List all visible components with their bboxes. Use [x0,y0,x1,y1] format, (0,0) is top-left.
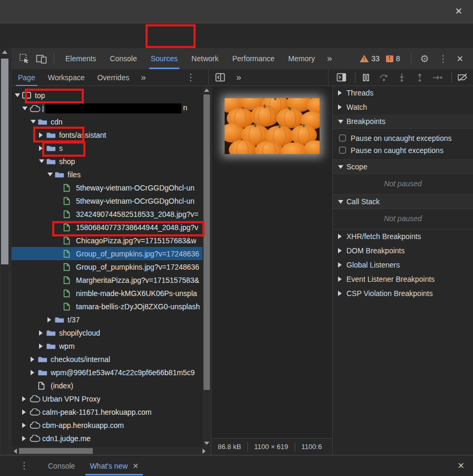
tree-item-file[interactable]: Group_of_pumpkins.jpg?v=17248636 [12,260,202,273]
chevron-right-icon[interactable] [338,262,346,268]
chevron-right-icon[interactable] [22,423,30,428]
tree-item-top[interactable]: top [12,89,202,102]
pause-caught-row[interactable]: Pause on caught exceptions [333,144,473,156]
section-global-listeners[interactable]: Global Listeners [333,258,473,272]
scroll-right-arrow[interactable] [202,449,206,454]
tab-memory[interactable]: Memory [282,48,322,69]
tree-item-file[interactable]: nimble-made-kMGX6UK06Ps-unspla [12,287,202,300]
tree-item-urban-vpn-proxy[interactable]: Urban VPN Proxy [12,392,202,405]
warnings-badge[interactable]: ! 33 [360,54,380,63]
tree-item-checkouts-internal[interactable]: checkouts/internal [12,353,202,366]
settings-gear-icon[interactable]: ⚙ [416,53,434,65]
checkbox-unchecked[interactable] [339,147,346,154]
scrollbar-thumb[interactable] [204,94,210,390]
tree-horizontal-scrollbar[interactable] [12,447,211,455]
tree-item-file[interactable]: ChicagoPizza.jpg?v=1715157683&w [12,234,202,247]
close-tab-icon[interactable]: ✕ [132,462,139,470]
section-breakpoints[interactable]: Breakpoints [333,115,473,129]
chevron-down-icon[interactable] [39,159,46,163]
chevron-right-icon[interactable] [338,90,346,96]
tree-item-shop[interactable]: shop [12,155,202,168]
tree-item-wpm-hash[interactable]: wpm@996f1e53w474c22c9pf6e66b81m5c9 [12,366,202,379]
section-threads[interactable]: Threads [333,86,473,100]
toggle-sidebar-icon[interactable] [213,71,228,84]
step-into-icon[interactable] [394,71,409,84]
drawer-menu-icon[interactable]: ⋮ [15,460,33,471]
chevron-right-icon[interactable] [338,104,346,110]
devtools-close-icon[interactable]: ✕ [452,54,468,64]
chevron-right-icon[interactable] [39,330,46,336]
chevron-right-icon[interactable] [22,410,30,415]
tab-console[interactable]: Console [103,48,143,69]
drawer-close-icon[interactable]: ✕ [458,461,465,471]
section-call-stack[interactable]: Call Stack [333,195,473,209]
tab-network[interactable]: Network [185,48,225,69]
chevron-right-icon[interactable] [338,291,346,296]
tree-item-s[interactable]: s [12,141,202,155]
scroll-up-arrow[interactable] [204,89,209,92]
chevron-down-icon[interactable] [47,173,55,176]
scroll-left-arrow[interactable] [14,449,17,454]
section-dom-breakpoints[interactable]: DOM Breakpoints [333,244,473,258]
section-event-listener-breakpoints[interactable]: Event Listener Breakpoints [333,272,473,287]
step-over-icon[interactable] [377,71,391,84]
tree-vertical-scrollbar[interactable] [202,86,211,447]
section-watch[interactable]: Watch [333,100,473,115]
chevron-down-icon[interactable] [22,107,30,110]
chevron-right-icon[interactable] [22,436,30,441]
tree-item-fonts-assistant[interactable]: fonts/assistant [12,128,202,141]
tree-item-cdn[interactable]: cdn [12,115,202,128]
tree-item-index[interactable]: (index) [12,379,202,392]
tab-overrides[interactable]: Overrides [91,69,136,86]
inspect-element-icon[interactable] [17,52,31,65]
chevron-right-icon[interactable] [47,317,55,322]
chevron-right-icon[interactable] [338,234,346,239]
tab-elements[interactable]: Elements [59,48,103,69]
chevron-down-icon[interactable] [31,120,38,123]
chevron-right-icon[interactable] [338,248,346,253]
chevron-right-icon[interactable] [39,344,46,349]
page-scrollbar[interactable] [0,48,12,455]
tab-page[interactable]: Page [12,69,42,86]
chevron-right-icon[interactable] [39,132,46,138]
device-toolbar-icon[interactable] [34,52,48,65]
tree-item-file[interactable]: 5theway-vietnam-OCrGGDgOhcl-un [12,194,202,207]
chevron-down-icon[interactable] [15,93,22,97]
chevron-right-icon[interactable] [22,396,30,402]
chevron-right-icon[interactable] [338,277,346,282]
tree-item-cbm-app[interactable]: cbm-app.herokuapp.com [12,418,202,432]
chevron-down-icon[interactable] [338,200,346,204]
more-editor-actions-icon[interactable]: » [231,72,246,83]
chevron-right-icon[interactable] [31,370,38,375]
tree-item-wpm[interactable]: wpm [12,339,202,353]
tree-item-group-of-pumpkins-selected[interactable]: Group_of_pumpkins.jpg?v=17248636 [12,247,202,260]
drawer-tab-whats-new[interactable]: What's new ✕ [82,455,146,476]
nav-menu-icon[interactable]: ⋮ [181,72,200,83]
tree-item-file[interactable]: 15806840773738644944_2048.jpg?v [12,221,202,234]
checkbox-unchecked[interactable] [339,135,346,141]
tree-item-shopifycloud[interactable]: shopifycloud [12,326,202,339]
section-scope[interactable]: Scope [333,160,473,174]
chevron-right-icon[interactable] [31,357,38,362]
pause-uncaught-row[interactable]: Pause on uncaught exceptions [333,132,473,144]
section-csp-breakpoints[interactable]: CSP Violation Breakpoints [333,287,473,301]
scroll-up-arrow[interactable] [2,50,7,54]
tree-item-file[interactable]: tamara-bellis-zDyJOj8ZXG0-unsplash [12,300,202,313]
tree-item-file[interactable]: MargheritaPizza.jpg?v=1715157583& [12,273,202,287]
tree-item-files[interactable]: files [12,168,202,181]
step-out-icon[interactable] [412,71,427,84]
tab-performance[interactable]: Performance [225,48,281,69]
tab-sources[interactable]: Sources [144,48,185,69]
tree-item-t37[interactable]: t/37 [12,313,202,326]
tree-item-cdn1-judge-me[interactable]: cdn1.judge.me [12,432,202,445]
step-icon[interactable] [430,71,445,84]
scroll-down-arrow[interactable] [204,442,209,445]
more-tabs-icon[interactable]: » [322,53,337,64]
tree-item-file[interactable]: 3242490744582518533_2048.jpg?v= [12,207,202,221]
deactivate-breakpoints-icon[interactable] [455,71,470,84]
issues-badge[interactable]: ! 8 [386,54,400,63]
chevron-right-icon[interactable] [39,146,46,151]
window-close-icon[interactable]: ✕ [455,6,462,17]
toggle-debugger-panel-icon[interactable] [334,71,349,84]
scrollbar-thumb[interactable] [1,59,8,264]
